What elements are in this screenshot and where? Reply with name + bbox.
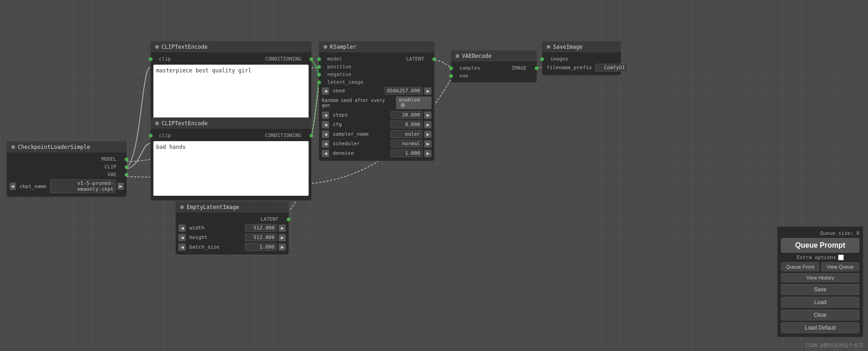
- view-queue-button[interactable]: View Queue: [821, 262, 859, 271]
- empty-latent-header: EmptyLatentImage: [176, 202, 289, 213]
- checkpoint-model-output: MODEL: [7, 155, 127, 163]
- ksampler-denoise-left[interactable]: ◀: [322, 150, 329, 157]
- clip-negative-title: CLIPTextEncode: [162, 120, 208, 127]
- vae-decode-node: VAEDecode samples IMAGE vae: [451, 50, 537, 83]
- ksampler-model-input: model LATENT: [319, 55, 434, 63]
- ksampler-steps-left[interactable]: ◀: [322, 112, 329, 119]
- ksampler-dot: [324, 45, 327, 49]
- queue-front-view-queue-row: Queue Front View Queue: [781, 262, 859, 271]
- checkpoint-model-dot: [125, 158, 128, 161]
- checkpoint-loader-body: MODEL CLIP VAE ◀ ckpt_name v1-5-pruned-e…: [7, 153, 127, 197]
- extra-options-row: Extra options: [781, 254, 859, 260]
- ksampler-seed-param: ◀ seed 8566257.000 ▶: [319, 86, 434, 96]
- ksampler-model-dot: [317, 57, 321, 61]
- empty-latent-dot: [180, 205, 184, 209]
- checkpoint-ckpt-right-arrow[interactable]: ▶: [117, 183, 124, 190]
- save-image-title: SaveImage: [553, 44, 583, 50]
- clip-negative-dot: [155, 122, 159, 125]
- ksampler-cfg-right[interactable]: ▶: [424, 121, 431, 128]
- ksampler-cfg-value: 8.000: [391, 121, 422, 128]
- clip-negative-cond-dot: [310, 134, 313, 137]
- ksampler-sampler-value: euler: [391, 130, 422, 138]
- clip-negative-header: CLIPTextEncode: [151, 118, 311, 129]
- extra-options-label: Extra options: [797, 254, 836, 260]
- ksampler-positive-dot: [317, 65, 321, 69]
- save-image-images-input: images: [542, 55, 621, 63]
- empty-latent-body: LATENT ◀ width 512.000 ▶ ◀ height 512.00…: [176, 213, 289, 254]
- vae-decode-samples-dot: [449, 66, 453, 70]
- vae-decode-vae-dot: [449, 74, 453, 78]
- empty-latent-width-right[interactable]: ▶: [279, 224, 286, 232]
- checkpoint-loader-header: CheckpointLoaderSimple: [7, 142, 127, 153]
- checkpoint-clip-dot: [125, 165, 128, 169]
- save-image-images-dot: [540, 57, 544, 61]
- ksampler-latent-dot: [432, 57, 436, 61]
- vae-decode-dot: [456, 54, 459, 58]
- empty-latent-latent-dot: [287, 218, 290, 221]
- load-button[interactable]: Load: [781, 297, 859, 308]
- ksampler-denoise-param: ◀ denoise 1.000 ▶: [319, 148, 434, 158]
- vae-decode-samples-input: samples IMAGE: [451, 64, 537, 72]
- ksampler-body: model LATENT positive negative latent_im…: [319, 52, 434, 161]
- ksampler-denoise-right[interactable]: ▶: [424, 150, 431, 157]
- save-image-node: SaveImage images filename_prefix ComfyUI: [542, 41, 621, 76]
- save-image-prefix-value: ComfyUI: [595, 64, 627, 71]
- clip-positive-dot: [155, 45, 159, 49]
- vae-decode-title: VAEDecode: [462, 53, 492, 59]
- clip-negative-body: clip CONDITIONING bad hands: [151, 129, 311, 200]
- view-history-button[interactable]: View History: [781, 273, 859, 282]
- checkpoint-clip-output: CLIP: [7, 163, 127, 171]
- clip-positive-clip-input: clip CONDITIONING: [151, 55, 311, 63]
- queue-front-button[interactable]: Queue Front: [781, 262, 819, 271]
- empty-latent-height-left[interactable]: ◀: [178, 234, 186, 241]
- ksampler-header: KSampler: [319, 41, 434, 52]
- ksampler-scheduler-left[interactable]: ◀: [322, 140, 329, 148]
- ksampler-seed-right[interactable]: ▶: [424, 87, 431, 95]
- empty-latent-title: EmptyLatentImage: [187, 204, 239, 210]
- save-button[interactable]: Save: [781, 284, 859, 295]
- ksampler-steps-param: ◀ steps 20.000 ▶: [319, 110, 434, 120]
- empty-latent-batch-right[interactable]: ▶: [279, 244, 286, 251]
- ksampler-negative-input: negative: [319, 71, 434, 78]
- empty-latent-height-right[interactable]: ▶: [279, 234, 286, 241]
- save-image-dot: [547, 45, 550, 49]
- ksampler-cfg-left[interactable]: ◀: [322, 121, 329, 128]
- ksampler-enabled-badge: enabled: [396, 97, 431, 109]
- load-default-button[interactable]: Load Default: [781, 322, 859, 333]
- ksampler-sampler-right[interactable]: ▶: [424, 131, 431, 138]
- vae-decode-header: VAEDecode: [451, 51, 537, 61]
- ksampler-seed-value: 8566257.000: [385, 87, 422, 95]
- clear-button[interactable]: Clear: [781, 310, 859, 320]
- empty-latent-height-param: ◀ height 512.000 ▶: [176, 233, 289, 242]
- empty-latent-batch-value: 1.000: [245, 243, 277, 251]
- queue-prompt-button[interactable]: Queue Prompt: [781, 238, 859, 253]
- ksampler-scheduler-right[interactable]: ▶: [424, 140, 431, 148]
- clip-positive-header: CLIPTextEncode: [151, 41, 311, 52]
- ksampler-seed-left[interactable]: ◀: [322, 87, 329, 95]
- checkpoint-loader-node: CheckpointLoaderSimple MODEL CLIP VAE ◀ …: [6, 141, 127, 197]
- clip-negative-clip-dot: [149, 134, 152, 137]
- clip-positive-node: CLIPTextEncode clip CONDITIONING masterp…: [150, 41, 312, 124]
- checkpoint-loader-dot: [11, 145, 15, 149]
- empty-latent-width-value: 512.000: [245, 224, 277, 232]
- checkpoint-vae-output: VAE: [7, 171, 127, 178]
- watermark: CSDN @暂时先用这个名字: [805, 342, 863, 349]
- ksampler-negative-dot: [317, 73, 321, 76]
- empty-latent-width-left[interactable]: ◀: [178, 224, 186, 232]
- ksampler-latent-input: latent_image: [319, 78, 434, 86]
- ksampler-node: KSampler model LATENT positive negative …: [319, 41, 435, 161]
- clip-negative-text[interactable]: bad hands: [153, 141, 309, 196]
- checkpoint-ckpt-left-arrow[interactable]: ◀: [10, 183, 16, 190]
- clip-negative-clip-input: clip CONDITIONING: [151, 132, 311, 139]
- extra-options-checkbox[interactable]: [838, 254, 844, 260]
- ksampler-steps-right[interactable]: ▶: [424, 112, 431, 119]
- save-image-prefix-param: filename_prefix ComfyUI: [542, 63, 621, 72]
- ksampler-enabled-dot: [401, 103, 405, 107]
- clip-positive-text[interactable]: masterpiece best quality girl: [153, 65, 309, 119]
- vae-decode-vae-input: vae: [451, 72, 537, 80]
- ksampler-sampler-left[interactable]: ◀: [322, 131, 329, 138]
- empty-latent-batch-left[interactable]: ◀: [178, 244, 186, 251]
- empty-latent-node: EmptyLatentImage LATENT ◀ width 512.000 …: [175, 201, 289, 255]
- empty-latent-output: LATENT: [176, 215, 289, 223]
- checkpoint-ckpt-param: ◀ ckpt_name v1-5-pruned-emaonly.ckpt ▶: [7, 178, 127, 194]
